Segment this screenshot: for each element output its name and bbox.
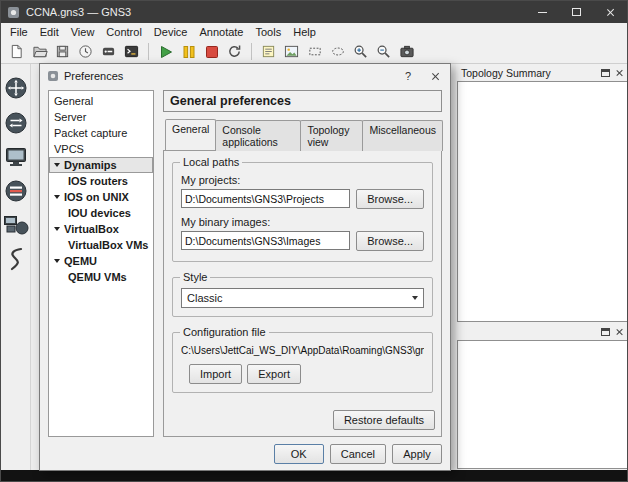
- topology-summary-title: Topology Summary: [461, 67, 598, 79]
- all-devices-button[interactable]: [3, 214, 29, 236]
- page-title: General preferences: [163, 90, 442, 112]
- minimize-button[interactable]: [525, 1, 559, 23]
- close-panel-button[interactable]: [612, 325, 626, 338]
- switches-icon: [4, 111, 28, 135]
- menu-control[interactable]: Control: [100, 25, 147, 39]
- preferences-dialog: Preferences ? General Server Packet capt…: [39, 63, 451, 471]
- browse-projects-button[interactable]: Browse...: [356, 189, 424, 209]
- stop-button[interactable]: [201, 41, 222, 62]
- pref-category-virtualbox[interactable]: VirtualBox: [49, 221, 153, 237]
- close-icon: [606, 8, 615, 17]
- toolbar-separator: [251, 43, 252, 60]
- expand-arrow-icon: [54, 259, 60, 263]
- snapshot-button[interactable]: [75, 41, 96, 62]
- float-panel-button[interactable]: [598, 325, 612, 338]
- export-button[interactable]: Export: [247, 364, 301, 384]
- console-button[interactable]: [121, 41, 142, 62]
- cancel-button[interactable]: Cancel: [330, 444, 386, 464]
- start-icon: [158, 44, 174, 60]
- pref-category-virtualbox-vms[interactable]: VirtualBox VMs: [49, 237, 153, 253]
- topology-summary-panel: Topology Summary: [456, 64, 628, 323]
- screenshot-button[interactable]: [396, 41, 417, 62]
- device-toolbar: [1, 64, 31, 470]
- zoom-out-button[interactable]: [373, 41, 394, 62]
- right-dock: Topology Summary: [456, 64, 628, 470]
- menu-device[interactable]: Device: [148, 25, 194, 39]
- my-binary-images-input[interactable]: [181, 231, 350, 250]
- draw-rectangle-icon: [307, 44, 323, 59]
- security-devices-button[interactable]: [4, 179, 28, 203]
- tab-console-applications[interactable]: Console applications: [215, 120, 301, 151]
- start-button[interactable]: [155, 41, 176, 62]
- menu-annotate[interactable]: Annotate: [193, 25, 249, 39]
- zoom-in-button[interactable]: [350, 41, 371, 62]
- local-paths-group-title: Local paths: [180, 156, 242, 168]
- import-button[interactable]: Import: [189, 364, 242, 384]
- maximize-button[interactable]: [559, 1, 593, 23]
- pref-category-server[interactable]: Server: [49, 109, 153, 125]
- add-link-button[interactable]: [5, 247, 27, 273]
- screenshot-icon: [399, 44, 415, 59]
- routers-button[interactable]: [4, 76, 28, 100]
- preferences-icon: [47, 70, 59, 82]
- dialog-title: Preferences: [64, 70, 392, 82]
- pref-category-vpcs[interactable]: VPCS: [49, 141, 153, 157]
- save-project-icon: [55, 44, 70, 59]
- insert-picture-icon: [284, 44, 299, 59]
- browse-images-button[interactable]: Browse...: [356, 231, 424, 251]
- pref-category-ios-routers[interactable]: IOS routers: [49, 173, 153, 189]
- zoom-in-icon: [353, 44, 368, 59]
- float-icon: [601, 328, 610, 336]
- menu-edit[interactable]: Edit: [34, 25, 65, 39]
- help-button[interactable]: ?: [397, 67, 419, 85]
- menu-view[interactable]: View: [65, 25, 101, 39]
- close-icon: [615, 69, 623, 77]
- pref-category-qemu[interactable]: QEMU: [49, 253, 153, 269]
- menu-tools[interactable]: Tools: [250, 25, 288, 39]
- restore-defaults-button[interactable]: Restore defaults: [333, 410, 435, 430]
- menu-help[interactable]: Help: [287, 25, 322, 39]
- pref-category-dynamips[interactable]: Dynamips: [49, 157, 153, 173]
- toolbar-separator: [148, 43, 149, 60]
- switches-button[interactable]: [4, 111, 28, 135]
- stop-icon: [204, 44, 220, 60]
- insert-picture-button[interactable]: [281, 41, 302, 62]
- my-projects-input[interactable]: [181, 189, 350, 208]
- topology-summary-header: Topology Summary: [456, 64, 628, 81]
- tab-miscellaneous[interactable]: Miscellaneous: [362, 120, 443, 151]
- draw-rectangle-button[interactable]: [304, 41, 325, 62]
- pref-category-iou-devices[interactable]: IOU devices: [49, 205, 153, 221]
- draw-ellipse-button[interactable]: [327, 41, 348, 62]
- tab-topology-view[interactable]: Topology view: [300, 120, 363, 151]
- apply-button[interactable]: Apply: [392, 444, 442, 464]
- suspend-icon: [181, 44, 197, 60]
- style-group: Style Classic: [172, 277, 433, 317]
- menu-file[interactable]: File: [4, 25, 34, 39]
- suspend-button[interactable]: [178, 41, 199, 62]
- taskbar-strip: [1, 470, 627, 481]
- add-link-icon: [5, 247, 27, 273]
- pref-category-qemu-vms[interactable]: QEMU VMs: [49, 269, 153, 285]
- end-devices-button[interactable]: [4, 146, 28, 168]
- pref-category-general[interactable]: General: [49, 93, 153, 109]
- draw-ellipse-icon: [330, 44, 346, 59]
- pref-category-ios-on-unix[interactable]: IOS on UNIX: [49, 189, 153, 205]
- my-projects-label: My projects:: [181, 174, 424, 186]
- close-icon: [615, 328, 623, 336]
- float-panel-button[interactable]: [598, 66, 612, 79]
- ok-button[interactable]: OK: [274, 444, 324, 464]
- close-panel-button[interactable]: [612, 66, 626, 79]
- add-note-button[interactable]: [258, 41, 279, 62]
- reload-button[interactable]: [224, 41, 245, 62]
- close-window-button[interactable]: [593, 1, 627, 23]
- tab-general[interactable]: General: [165, 119, 216, 150]
- maximize-icon: [572, 8, 581, 16]
- window-titlebar: CCNA.gns3 — GNS3: [1, 1, 627, 23]
- new-project-button[interactable]: [6, 41, 27, 62]
- interface-labels-button[interactable]: [98, 41, 119, 62]
- save-project-button[interactable]: [52, 41, 73, 62]
- open-project-button[interactable]: [29, 41, 50, 62]
- pref-category-packet-capture[interactable]: Packet capture: [49, 125, 153, 141]
- close-dialog-button[interactable]: [424, 67, 446, 85]
- style-select[interactable]: Classic: [181, 288, 424, 308]
